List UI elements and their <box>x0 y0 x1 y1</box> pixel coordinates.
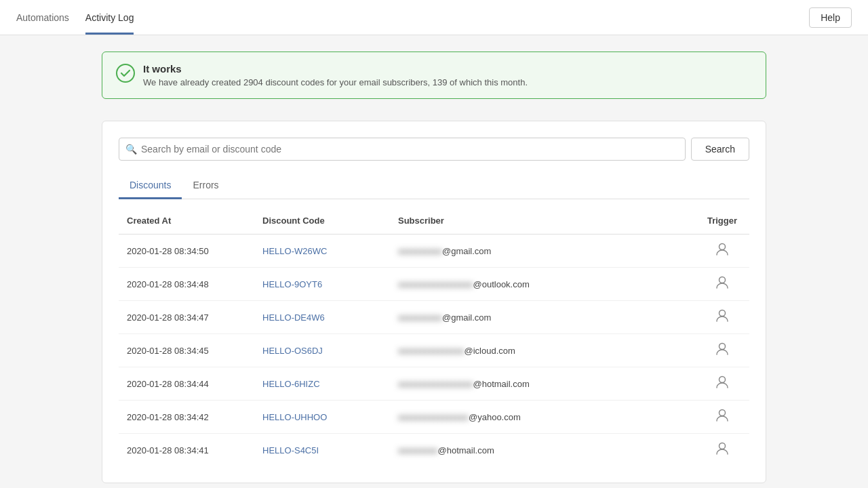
col-header-subscriber: Subscriber <box>390 210 695 235</box>
col-header-trigger: Trigger <box>695 210 749 235</box>
search-input[interactable] <box>119 138 686 161</box>
user-icon <box>716 375 728 389</box>
cell-trigger <box>695 367 749 401</box>
main-content: It works We have already created 2904 di… <box>0 35 868 488</box>
nav-tabs: Automations Activity Log <box>16 0 134 35</box>
tab-errors[interactable]: Errors <box>182 174 229 199</box>
cell-subscriber: xxxxxxxxxxxxxxxxx@outlook.com <box>390 268 695 301</box>
subscriber-domain: @gmail.com <box>442 246 491 256</box>
cell-created-at: 2020-01-28 08:34:41 <box>119 434 254 467</box>
cell-subscriber: xxxxxxxxxx@gmail.com <box>390 301 695 334</box>
user-icon <box>716 342 728 356</box>
subscriber-blurred: xxxxxxxxxxxxxxxx <box>398 412 469 422</box>
cell-discount-code: HELLO-UHHOO <box>254 401 390 434</box>
subscriber-blurred: xxxxxxxxxxxxxxx <box>398 346 465 356</box>
table-row: 2020-01-28 08:34:50HELLO-W26WCxxxxxxxxxx… <box>119 235 749 268</box>
svg-point-4 <box>719 344 726 350</box>
top-navigation: Automations Activity Log Help <box>0 0 868 35</box>
cell-discount-code: HELLO-6HIZC <box>254 367 390 401</box>
search-button[interactable]: Search <box>691 138 749 161</box>
cell-discount-code: HELLO-9OYT6 <box>254 268 390 301</box>
search-input-wrapper: 🔍 <box>119 138 686 161</box>
cell-subscriber: xxxxxxxxxxxxxxxx@yahoo.com <box>390 401 695 434</box>
cell-trigger <box>695 334 749 367</box>
cell-subscriber: xxxxxxxxx@hotmail.com <box>390 434 695 467</box>
subscriber-domain: @hotmail.com <box>438 445 494 455</box>
table-row: 2020-01-28 08:34:48HELLO-9OYT6xxxxxxxxxx… <box>119 268 749 301</box>
subscriber-domain: @outlook.com <box>473 279 530 289</box>
banner-message: We have already created 2904 discount co… <box>143 77 528 87</box>
subscriber-domain: @hotmail.com <box>473 379 530 389</box>
search-icon: 🔍 <box>125 144 137 155</box>
banner-title: It works <box>143 63 528 75</box>
cell-trigger <box>695 434 749 467</box>
search-area: 🔍 Search Discounts Errors Created At Dis… <box>102 121 766 483</box>
subscriber-domain: @icloud.com <box>465 346 515 356</box>
svg-point-6 <box>719 410 726 416</box>
table-row: 2020-01-28 08:34:42HELLO-UHHOOxxxxxxxxxx… <box>119 401 749 434</box>
cell-trigger <box>695 268 749 301</box>
table-row: 2020-01-28 08:34:45HELLO-OS6DJxxxxxxxxxx… <box>119 334 749 367</box>
subscriber-blurred: xxxxxxxxxxxxxxxxx <box>398 279 473 289</box>
cell-created-at: 2020-01-28 08:34:50 <box>119 235 254 268</box>
discount-code-link[interactable]: HELLO-W26WC <box>262 246 327 256</box>
subscriber-blurred: xxxxxxxxxxxxxxxxx <box>398 379 473 389</box>
nav-tab-automations[interactable]: Automations <box>16 0 69 35</box>
search-row: 🔍 Search <box>119 138 749 161</box>
banner-text: It works We have already created 2904 di… <box>143 63 528 87</box>
discount-code-link[interactable]: HELLO-DE4W6 <box>262 312 325 323</box>
table-row: 2020-01-28 08:34:47HELLO-DE4W6xxxxxxxxxx… <box>119 301 749 334</box>
cell-trigger <box>695 235 749 268</box>
discount-code-link[interactable]: HELLO-S4C5I <box>262 445 319 455</box>
user-icon <box>716 276 728 289</box>
success-banner: It works We have already created 2904 di… <box>102 52 766 99</box>
table-header-row: Created At Discount Code Subscriber Trig… <box>119 210 749 235</box>
svg-point-2 <box>719 277 726 283</box>
discount-code-link[interactable]: HELLO-OS6DJ <box>262 346 323 356</box>
cell-discount-code: HELLO-DE4W6 <box>254 301 390 334</box>
discount-code-link[interactable]: HELLO-UHHOO <box>262 412 327 422</box>
cell-discount-code: HELLO-S4C5I <box>254 434 390 467</box>
table-row: 2020-01-28 08:34:41HELLO-S4C5Ixxxxxxxxx@… <box>119 434 749 467</box>
nav-tab-activity-log[interactable]: Activity Log <box>85 0 134 35</box>
svg-point-0 <box>117 64 134 82</box>
cell-created-at: 2020-01-28 08:34:44 <box>119 367 254 401</box>
subscriber-blurred: xxxxxxxxxx <box>398 312 442 323</box>
cell-subscriber: xxxxxxxxxxxxxxx@icloud.com <box>390 334 695 367</box>
svg-point-3 <box>719 310 726 317</box>
subscriber-domain: @gmail.com <box>442 312 491 323</box>
user-icon <box>716 442 728 455</box>
success-icon <box>116 64 135 83</box>
col-header-created-at: Created At <box>119 210 254 235</box>
cell-created-at: 2020-01-28 08:34:45 <box>119 334 254 367</box>
subscriber-domain: @yahoo.com <box>469 412 521 422</box>
discount-code-link[interactable]: HELLO-6HIZC <box>262 379 320 389</box>
cell-subscriber: xxxxxxxxxx@gmail.com <box>390 235 695 268</box>
cell-trigger <box>695 401 749 434</box>
cell-created-at: 2020-01-28 08:34:42 <box>119 401 254 434</box>
cell-subscriber: xxxxxxxxxxxxxxxxx@hotmail.com <box>390 367 695 401</box>
help-button[interactable]: Help <box>809 7 852 28</box>
cell-discount-code: HELLO-OS6DJ <box>254 334 390 367</box>
table-row: 2020-01-28 08:34:44HELLO-6HIZCxxxxxxxxxx… <box>119 367 749 401</box>
discounts-table: Created At Discount Code Subscriber Trig… <box>119 210 749 466</box>
discount-code-link[interactable]: HELLO-9OYT6 <box>262 279 322 289</box>
cell-discount-code: HELLO-W26WC <box>254 235 390 268</box>
user-icon <box>716 243 728 256</box>
subscriber-blurred: xxxxxxxxxx <box>398 246 442 256</box>
subscriber-blurred: xxxxxxxxx <box>398 445 438 455</box>
tab-discounts[interactable]: Discounts <box>119 174 182 199</box>
cell-trigger <box>695 301 749 334</box>
tab-bar: Discounts Errors <box>119 174 749 199</box>
col-header-discount-code: Discount Code <box>254 210 390 235</box>
user-icon <box>716 409 728 422</box>
svg-point-7 <box>719 443 726 449</box>
user-icon <box>716 309 728 323</box>
svg-point-5 <box>719 377 726 383</box>
svg-point-1 <box>719 244 726 250</box>
cell-created-at: 2020-01-28 08:34:48 <box>119 268 254 301</box>
cell-created-at: 2020-01-28 08:34:47 <box>119 301 254 334</box>
